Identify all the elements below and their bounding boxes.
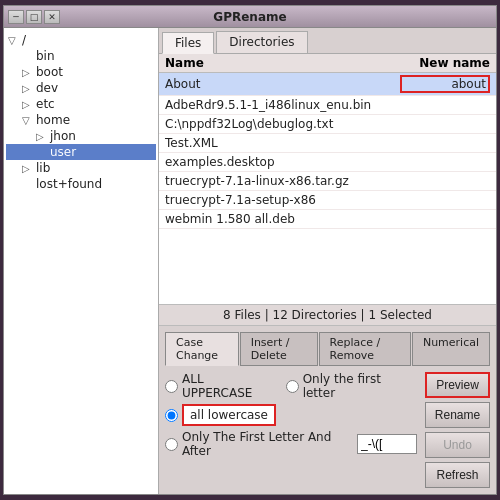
main-window: ─ □ ✕ GPRename ▽ / bin ▷ boot [3, 5, 497, 495]
file-name: C:\nppdf32Log\debuglog.txt [165, 117, 400, 131]
name-column-header: Name [165, 56, 400, 70]
tree-label: dev [36, 81, 58, 95]
file-name: truecrypt-7.1a-setup-x86 [165, 193, 400, 207]
option-row-2: all lowercase [165, 404, 417, 426]
tree-label: / [22, 33, 26, 47]
tree-item-jhon[interactable]: ▷ jhon [6, 128, 156, 144]
tree-arrow: ▷ [22, 67, 36, 78]
file-row-adberdr[interactable]: AdbeRdr9.5.1-1_i486linux_enu.bin [159, 96, 496, 115]
tree-item-lost-found[interactable]: lost+found [6, 176, 156, 192]
main-content: ▽ / bin ▷ boot ▷ dev ▷ etc [4, 28, 496, 494]
tree-label: home [36, 113, 70, 127]
file-name: AdbeRdr9.5.1-1_i486linux_enu.bin [165, 98, 400, 112]
tab-directories[interactable]: Directories [216, 31, 307, 53]
tree-item-root[interactable]: ▽ / [6, 32, 156, 48]
tab-files[interactable]: Files [162, 32, 214, 54]
tree-label: lost+found [36, 177, 102, 191]
file-row-truecrypt-setup[interactable]: truecrypt-7.1a-setup-x86 [159, 191, 496, 210]
tree-label: etc [36, 97, 55, 111]
newname-column-header: New name [400, 56, 490, 70]
file-row-nppdf[interactable]: C:\nppdf32Log\debuglog.txt [159, 115, 496, 134]
radio-first-after[interactable]: Only The First Letter And After [165, 430, 349, 458]
rename-button[interactable]: Rename [425, 402, 490, 428]
file-name: truecrypt-7.1a-linux-x86.tar.gz [165, 174, 400, 188]
tree-arrow: ▷ [22, 99, 36, 110]
option-row-3: Only The First Letter And After [165, 430, 417, 458]
tree-label: user [50, 145, 76, 159]
radio-firstafter-input[interactable] [165, 438, 178, 451]
radio-uppercase-label: ALL UPPERCASE [182, 372, 278, 400]
tab-numerical[interactable]: Numerical [412, 332, 490, 366]
tree-label: lib [36, 161, 50, 175]
tab-bar: Files Directories [159, 28, 496, 54]
file-row-truecrypt-gz[interactable]: truecrypt-7.1a-linux-x86.tar.gz [159, 172, 496, 191]
file-name: Test.XML [165, 136, 400, 150]
option-row-1: ALL UPPERCASE Only the first letter [165, 372, 417, 400]
tree-item-user[interactable]: user [6, 144, 156, 160]
tab-replace-remove[interactable]: Replace / Remove [319, 332, 411, 366]
radio-first-letter[interactable]: Only the first letter [286, 372, 417, 400]
bottom-panel: Case Change Insert / Delete Replace / Re… [159, 326, 496, 494]
titlebar: ─ □ ✕ GPRename [4, 6, 496, 28]
radio-uppercase[interactable]: ALL UPPERCASE [165, 372, 278, 400]
radio-first-label: Only the first letter [303, 372, 417, 400]
tree-arrow: ▷ [22, 83, 36, 94]
radio-first-input[interactable] [286, 380, 299, 393]
tree-label: jhon [50, 129, 76, 143]
tree-label: boot [36, 65, 63, 79]
tree-item-home[interactable]: ▽ home [6, 112, 156, 128]
tree-item-boot[interactable]: ▷ boot [6, 64, 156, 80]
radio-lowercase[interactable]: all lowercase [165, 404, 276, 426]
options-area: ALL UPPERCASE Only the first letter [165, 372, 490, 488]
tree-arrow: ▷ [22, 163, 36, 174]
status-text: 8 Files | 12 Directories | 1 Selected [223, 308, 432, 322]
buttons-panel: Preview Rename Undo Refresh [425, 372, 490, 488]
file-row-examples[interactable]: examples.desktop [159, 153, 496, 172]
file-row-webmin[interactable]: webmin 1.580 all.deb [159, 210, 496, 229]
minimize-button[interactable]: ─ [8, 10, 24, 24]
first-after-input[interactable] [357, 434, 417, 454]
file-name: webmin 1.580 all.deb [165, 212, 400, 226]
tree-item-lib[interactable]: ▷ lib [6, 160, 156, 176]
tree-item-etc[interactable]: ▷ etc [6, 96, 156, 112]
file-name: examples.desktop [165, 155, 400, 169]
tree-label: bin [36, 49, 55, 63]
file-row-about[interactable]: About about [159, 73, 496, 96]
file-newname: about [400, 75, 490, 93]
options-left: ALL UPPERCASE Only the first letter [165, 372, 417, 458]
tree-arrow: ▽ [22, 115, 36, 126]
close-button[interactable]: ✕ [44, 10, 60, 24]
radio-lowercase-label: all lowercase [182, 404, 276, 426]
file-list-header: Name New name [159, 54, 496, 73]
refresh-button[interactable]: Refresh [425, 462, 490, 488]
window-controls[interactable]: ─ □ ✕ [8, 10, 60, 24]
tab-case-change[interactable]: Case Change [165, 332, 239, 366]
file-row-testxml[interactable]: Test.XML [159, 134, 496, 153]
tree-item-bin[interactable]: bin [6, 48, 156, 64]
radio-uppercase-input[interactable] [165, 380, 178, 393]
preview-button[interactable]: Preview [425, 372, 490, 398]
file-tree[interactable]: ▽ / bin ▷ boot ▷ dev ▷ etc [4, 28, 159, 494]
window-title: GPRename [213, 10, 286, 24]
undo-button[interactable]: Undo [425, 432, 490, 458]
tree-item-dev[interactable]: ▷ dev [6, 80, 156, 96]
status-bar: 8 Files | 12 Directories | 1 Selected [159, 304, 496, 326]
tree-arrow: ▽ [8, 35, 22, 46]
radio-firstafter-label: Only The First Letter And After [182, 430, 349, 458]
maximize-button[interactable]: □ [26, 10, 42, 24]
radio-lowercase-input[interactable] [165, 409, 178, 422]
file-list[interactable]: About about AdbeRdr9.5.1-1_i486linux_enu… [159, 73, 496, 304]
file-name: About [165, 77, 400, 91]
tab-insert-delete[interactable]: Insert / Delete [240, 332, 318, 366]
bottom-tab-bar: Case Change Insert / Delete Replace / Re… [165, 332, 490, 366]
right-panel: Files Directories Name New name About ab… [159, 28, 496, 494]
tree-arrow: ▷ [36, 131, 50, 142]
